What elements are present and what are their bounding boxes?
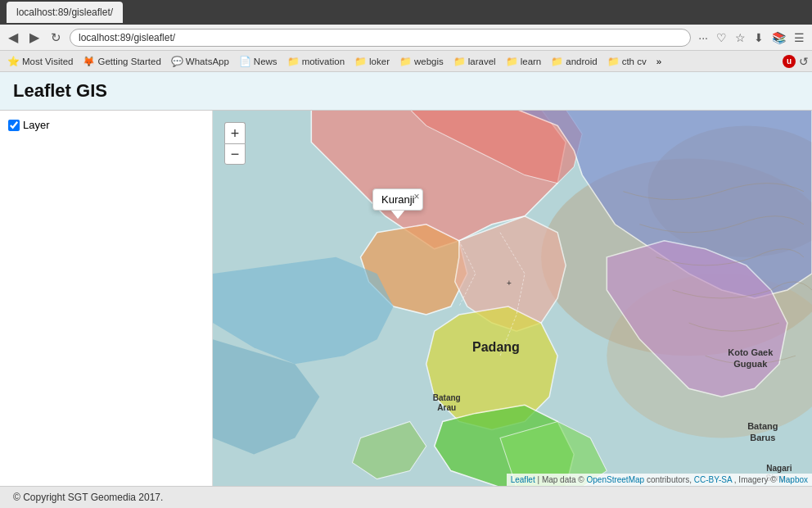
bookmark-android[interactable]: 📁 android (547, 54, 601, 69)
whatsapp-icon: 💬 (171, 56, 183, 67)
footer-text: © Copyright SGT Geomedia 2017. (13, 492, 163, 503)
url-bar[interactable] (70, 29, 691, 47)
bookmark-label: loker (369, 57, 390, 66)
layer-control: Layer (8, 119, 204, 131)
popup-tail (391, 211, 404, 219)
svg-text:+: + (507, 279, 512, 288)
mapbox-link[interactable]: Mapbox (778, 475, 808, 484)
bookmark-laravel[interactable]: 📁 laravel (449, 54, 500, 69)
menu-button[interactable]: ☰ (792, 29, 807, 46)
sidebar: Layer (0, 111, 213, 486)
bookmark-most-visited[interactable]: ⭐ Most Visited (3, 54, 77, 69)
browser-tab[interactable]: localhost:89/gisleaflet/ (7, 2, 123, 23)
bookmark-news[interactable]: 📄 News (235, 54, 282, 69)
bookmark-getting-started[interactable]: 🦊 Getting Started (79, 54, 165, 69)
svg-text:Arau: Arau (437, 403, 456, 412)
bookmark-label: webgis (414, 57, 444, 66)
bookmark-star-button[interactable]: ☆ (733, 29, 748, 46)
svg-text:Koto Gaek: Koto Gaek (728, 347, 774, 357)
page-header: Leaflet GIS (0, 72, 812, 111)
library-button[interactable]: 📚 (769, 29, 788, 46)
svg-text:Nagari: Nagari (766, 464, 792, 473)
folder-icon: 📁 (607, 56, 620, 67)
folder-icon: 📁 (354, 56, 367, 67)
map-svg: Koto Gaek Guguak Batang Barus Nagari Sim… (213, 111, 812, 486)
folder-icon: 📁 (453, 56, 466, 67)
page-reload-icon[interactable]: ↺ (799, 55, 809, 68)
folder-icon: 📁 (506, 56, 518, 67)
bookmark-webgis[interactable]: 📁 webgis (395, 54, 448, 69)
browser-chrome: localhost:89/gisleaflet/ ◀ ▶ ↻ ··· ♡ ☆ ⬇… (0, 0, 812, 72)
nav-icons: ··· ♡ ☆ ⬇ 📚 ☰ (696, 29, 807, 46)
page-footer: © Copyright SGT Geomedia 2017. (0, 486, 812, 508)
layer-checkbox[interactable] (8, 120, 20, 131)
folder-icon: 📁 (287, 56, 300, 67)
bookmark-label: laravel (468, 57, 496, 66)
page-content: Leaflet GIS Layer (0, 72, 812, 508)
attribution-text2: contributors, (647, 475, 694, 484)
nav-bar: ◀ ▶ ↻ ··· ♡ ☆ ⬇ 📚 ☰ (0, 25, 812, 51)
attribution-text3: , Imagery © (734, 475, 779, 484)
bookmark-label: cth cv (622, 57, 647, 66)
bookmark-label: WhatsApp (186, 57, 229, 66)
bookmarks-bar: ⭐ Most Visited 🦊 Getting Started 💬 Whats… (0, 51, 812, 72)
bookmark-loker[interactable]: 📁 loker (350, 54, 394, 69)
bookmark-cth-cv[interactable]: 📁 cth cv (603, 54, 651, 69)
zoom-out-button[interactable]: − (224, 143, 246, 165)
bookmark-learn[interactable]: 📁 learn (502, 54, 546, 69)
popup-box: × Kuranji (372, 188, 423, 211)
map-popup: × Kuranji (372, 188, 423, 219)
back-button[interactable]: ◀ (5, 28, 21, 47)
bookmark-label: learn (521, 57, 542, 66)
folder-icon: 📁 (399, 56, 412, 67)
tab-title: localhost:89/gisleaflet/ (16, 7, 113, 18)
map-container[interactable]: Koto Gaek Guguak Batang Barus Nagari Sim… (213, 111, 812, 486)
star-icon: ⭐ (7, 56, 20, 67)
bookmark-label: motivation (302, 57, 345, 66)
svg-text:Batang: Batang (433, 393, 461, 402)
osm-link[interactable]: OpenStreetMap (587, 475, 645, 484)
layer-label: Layer (23, 119, 50, 131)
download-button[interactable]: ⬇ (751, 29, 766, 46)
bookmark-label: android (566, 57, 597, 66)
popup-close-button[interactable]: × (413, 191, 419, 202)
more-bookmarks-button[interactable]: » (652, 55, 665, 68)
title-bar: localhost:89/gisleaflet/ (0, 0, 812, 25)
map-attribution: Leaflet | Map data © OpenStreetMap contr… (507, 474, 812, 486)
ccbysa-link[interactable]: CC-BY-SA (694, 475, 732, 484)
news-icon: 📄 (239, 56, 251, 67)
svg-text:Guguak: Guguak (733, 359, 768, 369)
firefox-icon: 🦊 (83, 56, 95, 67)
adblock-icon: u (783, 55, 796, 68)
svg-text:Padang: Padang (472, 339, 520, 354)
more-tools-button[interactable]: ··· (696, 29, 710, 46)
folder-icon: 📁 (551, 56, 563, 67)
bookmark-label: Most Visited (22, 57, 73, 66)
bookmark-whatsapp[interactable]: 💬 WhatsApp (167, 54, 233, 69)
leaflet-link[interactable]: Leaflet (511, 475, 535, 484)
zoom-controls: + − (224, 122, 246, 165)
page-body: Layer (0, 111, 812, 486)
zoom-in-button[interactable]: + (224, 122, 246, 143)
bookmark-label: Getting Started (97, 57, 160, 66)
bookmark-label: News (254, 57, 277, 66)
pocket-button[interactable]: ♡ (714, 29, 729, 46)
bookmark-motivation[interactable]: 📁 motivation (283, 54, 349, 69)
svg-text:Batang: Batang (747, 421, 778, 431)
popup-text: Kuranji (381, 193, 414, 206)
svg-text:Barus: Barus (750, 433, 775, 442)
reload-button[interactable]: ↻ (47, 29, 65, 47)
attribution-separator: | Map data © (538, 475, 587, 484)
page-title: Leaflet GIS (13, 80, 799, 102)
forward-button[interactable]: ▶ (26, 28, 43, 47)
